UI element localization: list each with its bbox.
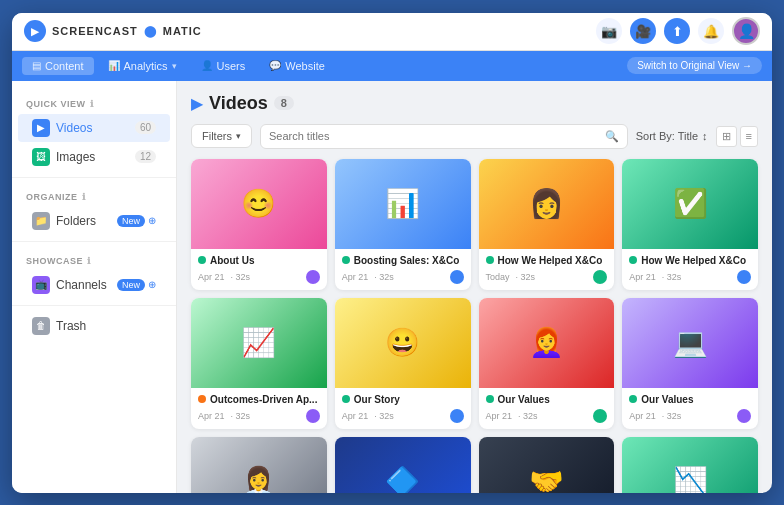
filters-button[interactable]: Filters ▾ <box>191 124 252 148</box>
video-card[interactable]: 😊 About Us Apr 21 · 32s <box>191 159 327 290</box>
video-duration: · 32s <box>516 272 536 282</box>
content-icon: ▤ <box>32 60 41 71</box>
video-avatar <box>306 270 320 284</box>
view-toggle: ⊞ ≡ <box>716 126 758 147</box>
video-thumbnail: 👩‍🦰 <box>479 298 615 388</box>
record-button[interactable]: 🎥 <box>630 18 656 44</box>
video-thumbnail: 📈 <box>191 298 327 388</box>
upload-button[interactable]: ⬆ <box>664 18 690 44</box>
search-box: 🔍 <box>260 124 628 149</box>
video-title-row: Our Values <box>486 393 608 406</box>
channels-new-badge: New <box>117 279 145 291</box>
thumbnail-icon: 💻 <box>622 298 758 388</box>
status-dot <box>342 256 350 264</box>
content-area: ▶ Videos 8 Filters ▾ 🔍 Sort By: Title <box>177 81 772 493</box>
switch-view-button[interactable]: Switch to Original View → <box>627 57 762 74</box>
search-input[interactable] <box>269 130 599 142</box>
notifications-button[interactable]: 🔔 <box>698 18 724 44</box>
sidebar-divider-3 <box>12 305 176 306</box>
images-count: 12 <box>135 150 156 163</box>
video-card[interactable]: 🤝 The Numbers: Young... Apr 21 · 32s <box>479 437 615 493</box>
video-card[interactable]: ✅ How We Helped X&Co Apr 21 · 32s <box>622 159 758 290</box>
thumbnail-icon: 🤝 <box>479 437 615 493</box>
video-card[interactable]: 📉 The Numbers: Young... Apr 21 · 32s <box>622 437 758 493</box>
video-date: Apr 21 <box>342 411 369 421</box>
video-card[interactable]: 👩‍🦰 Our Values Apr 21 · 32s <box>479 298 615 429</box>
channels-add-icon[interactable]: ⊕ <box>148 279 156 290</box>
images-icon: 🖼 <box>32 148 50 166</box>
nav-item-analytics[interactable]: 📊 Analytics ▾ <box>98 57 187 75</box>
thumbnail-icon: ✅ <box>622 159 758 249</box>
sidebar-item-images[interactable]: 🖼 Images 12 <box>18 143 170 171</box>
sidebar-item-trash[interactable]: 🗑 Trash <box>18 312 170 340</box>
toolbar-icons: 📷 🎥 ⬆ 🔔 👤 <box>596 17 760 45</box>
video-info-row: Apr 21 · 32s <box>629 409 751 423</box>
thumbnail-icon: 📉 <box>622 437 758 493</box>
nav-content-label: Content <box>45 60 84 72</box>
analytics-icon: 📊 <box>108 60 120 71</box>
video-thumbnail: 📉 <box>622 437 758 493</box>
video-card[interactable]: 🔷 Sales Lift: Merriweат... Apr 21 · 32s <box>335 437 471 493</box>
quickview-label: QUICK VIEW ℹ <box>12 91 176 113</box>
grid-view-button[interactable]: ⊞ <box>716 126 737 147</box>
showcase-info-icon: ℹ <box>87 256 91 266</box>
video-title-row: How We Helped X&Co <box>629 254 751 267</box>
video-info-row: Apr 21 · 32s <box>198 409 320 423</box>
status-dot <box>198 395 206 403</box>
video-meta: Boosting Sales: X&Co Apr 21 · 32s <box>335 249 471 290</box>
video-meta: Our Values Apr 21 · 32s <box>479 388 615 429</box>
video-date: Apr 21 <box>198 411 225 421</box>
camera-button[interactable]: 📷 <box>596 18 622 44</box>
video-info-row: Apr 21 · 32s <box>198 270 320 284</box>
list-view-button[interactable]: ≡ <box>740 126 758 147</box>
video-title: Our Story <box>354 393 464 406</box>
sidebar-item-folders[interactable]: 📁 Folders New ⊕ <box>18 207 170 235</box>
video-card[interactable]: 📊 Boosting Sales: X&Co Apr 21 · 32s <box>335 159 471 290</box>
status-dot <box>198 256 206 264</box>
video-card[interactable]: 💻 Our Values Apr 21 · 32s <box>622 298 758 429</box>
sidebar-channels-label: Channels <box>56 278 107 292</box>
nav-item-website[interactable]: 💬 Website <box>259 57 335 75</box>
folders-icon: 📁 <box>32 212 50 230</box>
video-duration: · 32s <box>374 411 394 421</box>
avatar[interactable]: 👤 <box>732 17 760 45</box>
thumbnail-icon: 🔷 <box>335 437 471 493</box>
page-title: Videos 8 <box>209 93 294 114</box>
status-dot <box>486 256 494 264</box>
nav-users-label: Users <box>217 60 246 72</box>
video-thumbnail: 😀 <box>335 298 471 388</box>
folders-add-icon[interactable]: ⊕ <box>148 215 156 226</box>
video-card[interactable]: 👩 How We Helped X&Co Today · 32s <box>479 159 615 290</box>
video-date: Today <box>486 272 510 282</box>
status-dot <box>342 395 350 403</box>
logo-icon: ▶ <box>24 20 46 42</box>
title-bar: ▶ SCREENCAST ⬤ MATIC 📷 🎥 ⬆ 🔔 👤 <box>12 13 772 51</box>
app-name-matic: MATIC <box>163 25 202 37</box>
thumbnail-icon: 👩‍🦰 <box>479 298 615 388</box>
switch-view-label: Switch to Original View → <box>637 60 752 71</box>
nav-item-content[interactable]: ▤ Content <box>22 57 94 75</box>
video-meta: Our Values Apr 21 · 32s <box>622 388 758 429</box>
video-duration: · 32s <box>231 272 251 282</box>
nav-item-users[interactable]: 👤 Users <box>191 57 256 75</box>
video-date: Apr 21 <box>198 272 225 282</box>
video-meta: How We Helped X&Co Today · 32s <box>479 249 615 290</box>
video-card[interactable]: 📈 Outcomes-Driven Ap... Apr 21 · 32s <box>191 298 327 429</box>
video-title: Our Values <box>498 393 608 406</box>
thumbnail-icon: 😀 <box>335 298 471 388</box>
sidebar-item-channels[interactable]: 📺 Channels New ⊕ <box>18 271 170 299</box>
video-title: Our Values <box>641 393 751 406</box>
sidebar-divider-2 <box>12 241 176 242</box>
sidebar-folders-label: Folders <box>56 214 96 228</box>
status-dot <box>629 256 637 264</box>
video-info-row: Apr 21 · 32s <box>629 270 751 284</box>
content-count: 8 <box>274 96 294 110</box>
video-title: Outcomes-Driven Ap... <box>210 393 320 406</box>
video-card[interactable]: 😀 Our Story Apr 21 · 32s <box>335 298 471 429</box>
quickview-info-icon: ℹ <box>90 99 94 109</box>
sidebar-item-videos[interactable]: ▶ Videos 60 <box>18 114 170 142</box>
video-title-row: Outcomes-Driven Ap... <box>198 393 320 406</box>
video-card[interactable]: 👩‍💼 Principles We Stand By , Apr 21 · 32… <box>191 437 327 493</box>
sidebar-divider-1 <box>12 177 176 178</box>
sort-direction-icon[interactable]: ↕ <box>702 130 708 142</box>
